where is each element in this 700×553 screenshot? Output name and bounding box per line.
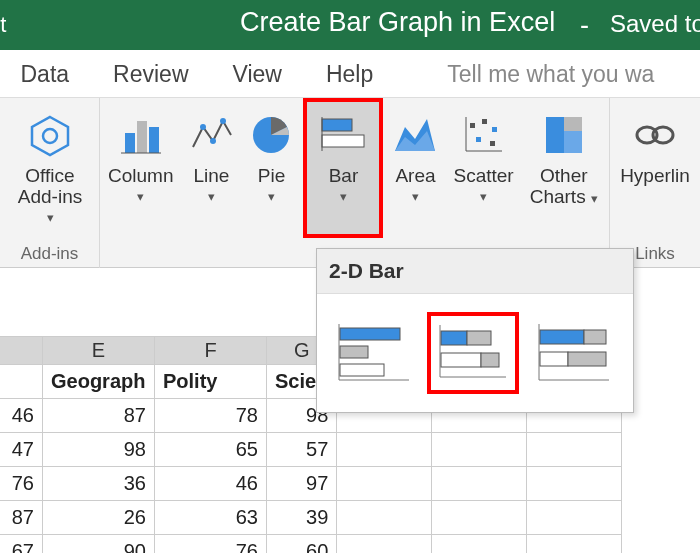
svg-rect-43 [568,352,606,366]
cell[interactable]: 76 [0,467,43,501]
tab-review[interactable]: Review [91,50,210,98]
pie-chart-icon [249,108,293,162]
cell[interactable]: 87 [0,501,43,535]
svg-point-1 [43,129,57,143]
svg-rect-10 [322,119,352,131]
svg-rect-34 [441,331,467,345]
100pct-stacked-bar-option[interactable] [527,312,619,394]
title-bar: oject Create Bar Graph in Excel - Saved … [0,0,700,50]
bar-chart-icon [318,108,368,162]
bar-label: Bar [329,166,359,187]
chevron-down-icon: ▾ [208,189,215,204]
bar-chart-dropdown: 2-D Bar [316,248,634,413]
svg-rect-3 [137,121,147,153]
title-dash: - [580,10,589,41]
svg-rect-36 [441,353,481,367]
svg-rect-4 [149,127,159,153]
line-chart-icon [189,108,233,162]
tab-view[interactable]: View [211,50,304,98]
tab-data[interactable]: Data [0,50,91,98]
document-title: Create Bar Graph in Excel [240,7,555,38]
chevron-down-icon: ▾ [268,189,275,204]
cell[interactable]: 46 [155,467,267,501]
table-row: 76 36 46 97 [0,467,622,501]
chevron-down-icon: ▾ [591,191,598,206]
svg-rect-30 [340,346,368,358]
chevron-down-icon: ▾ [412,189,419,204]
cell[interactable]: 65 [155,433,267,467]
svg-rect-2 [125,133,135,153]
column-chart-button[interactable]: Column ▾ [100,98,181,238]
svg-rect-24 [564,131,582,153]
area-chart-button[interactable]: Area ▾ [385,98,445,238]
header-cell[interactable]: ish [0,365,43,399]
cell[interactable]: 87 [43,399,155,433]
scatter-chart-button[interactable]: Scatter ▾ [445,98,521,238]
bar-chart-button[interactable]: Bar ▾ [303,98,383,238]
header-cell[interactable]: Polity [155,365,267,399]
other-label2: Charts [530,186,586,207]
clustered-bar-option[interactable] [327,312,419,394]
office-addins-button[interactable]: OfficeAdd-ins ▾ [0,98,100,238]
column-label: Column [108,166,173,187]
svg-point-6 [200,124,206,130]
cell[interactable]: 98 [43,433,155,467]
scatter-chart-icon [462,108,506,162]
svg-rect-19 [490,141,495,146]
svg-point-7 [210,138,216,144]
table-row: 67 90 76 60 [0,535,622,554]
cell[interactable]: 76 [155,535,267,554]
chevron-down-icon: ▾ [137,189,144,204]
chevron-down-icon: ▾ [340,189,347,204]
group-addins: OfficeAdd-ins ▾ Add-ins [0,98,100,268]
addins-label2: Add-ins [18,186,82,207]
cell[interactable]: 78 [155,399,267,433]
tab-help[interactable]: Help [304,50,395,98]
group-label-addins: Add-ins [0,244,99,264]
group-charts: Column ▾ Line ▾ Pie ▾ B [100,98,610,268]
svg-rect-40 [540,330,584,344]
col-header[interactable]: F [155,337,267,365]
pie-label: Pie [258,166,285,187]
area-chart-icon [393,108,437,162]
svg-rect-22 [546,117,564,153]
cell[interactable]: 46 [0,399,43,433]
svg-rect-42 [540,352,568,366]
svg-rect-31 [340,364,384,376]
column-chart-icon [119,108,163,162]
cell[interactable]: 39 [267,501,337,535]
svg-rect-41 [584,330,606,344]
svg-rect-35 [467,331,491,345]
area-label: Area [395,166,435,187]
cell[interactable]: 57 [267,433,337,467]
svg-rect-15 [470,123,475,128]
cell[interactable]: 36 [43,467,155,501]
svg-rect-11 [322,135,364,147]
svg-rect-29 [340,328,400,340]
save-status: Saved to [610,10,700,38]
scatter-label: Scatter [453,166,513,187]
col-header[interactable]: E [43,337,155,365]
table-row: 87 26 63 39 [0,501,622,535]
chevron-down-icon: ▾ [47,210,54,225]
dropdown-header: 2-D Bar [317,249,633,294]
svg-marker-0 [32,117,68,155]
stacked-bar-option[interactable] [427,312,519,394]
line-label: Line [194,166,230,187]
cell[interactable]: 26 [43,501,155,535]
cell[interactable]: 97 [267,467,337,501]
cell[interactable]: 67 [0,535,43,554]
other-label1: Other [540,165,588,186]
cell[interactable]: 90 [43,535,155,554]
hyperlink-button[interactable]: Hyperlin [610,98,700,238]
line-chart-button[interactable]: Line ▾ [181,98,241,238]
col-header[interactable]: D [0,337,43,365]
tell-me-box[interactable]: Tell me what you wa [425,50,676,98]
other-charts-icon [542,108,586,162]
other-charts-button[interactable]: OtherCharts ▾ [522,98,606,238]
pie-chart-button[interactable]: Pie ▾ [241,98,301,238]
cell[interactable]: 47 [0,433,43,467]
header-cell[interactable]: Geograph [43,365,155,399]
cell[interactable]: 60 [267,535,337,554]
cell[interactable]: 63 [155,501,267,535]
